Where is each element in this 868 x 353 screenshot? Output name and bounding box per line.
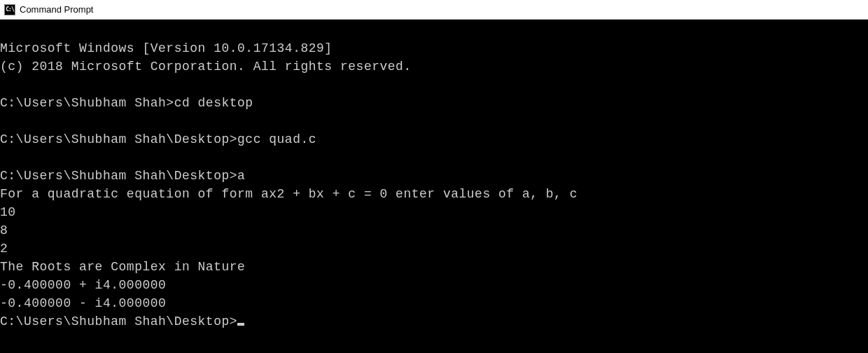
terminal-line: 8 [0,223,8,237]
terminal-line: C:\Users\Shubham Shah\Desktop>gcc quad.c [0,132,316,146]
terminal-line: C:\Users\Shubham Shah\Desktop>a [0,169,245,183]
terminal-line: The Roots are Complex in Nature [0,260,245,274]
cursor-icon [237,323,244,326]
window-titlebar[interactable]: C:\ Command Prompt [0,0,868,20]
terminal-line: -0.400000 - i4.000000 [0,296,166,310]
terminal-line: (c) 2018 Microsoft Corporation. All righ… [0,60,412,74]
window-title: Command Prompt [20,4,93,15]
terminal-line: 2 [0,242,8,256]
terminal-prompt: C:\Users\Shubham Shah\Desktop> [0,314,237,328]
terminal-line: 10 [0,205,16,219]
cmd-icon: C:\ [4,4,15,15]
terminal-line: -0.400000 + i4.000000 [0,278,166,292]
terminal-line: C:\Users\Shubham Shah>cd desktop [0,96,253,110]
terminal-line: Microsoft Windows [Version 10.0.17134.82… [0,41,332,55]
terminal-line: For a quadratic equation of form ax2 + b… [0,187,578,201]
terminal-output[interactable]: Microsoft Windows [Version 10.0.17134.82… [0,20,868,331]
